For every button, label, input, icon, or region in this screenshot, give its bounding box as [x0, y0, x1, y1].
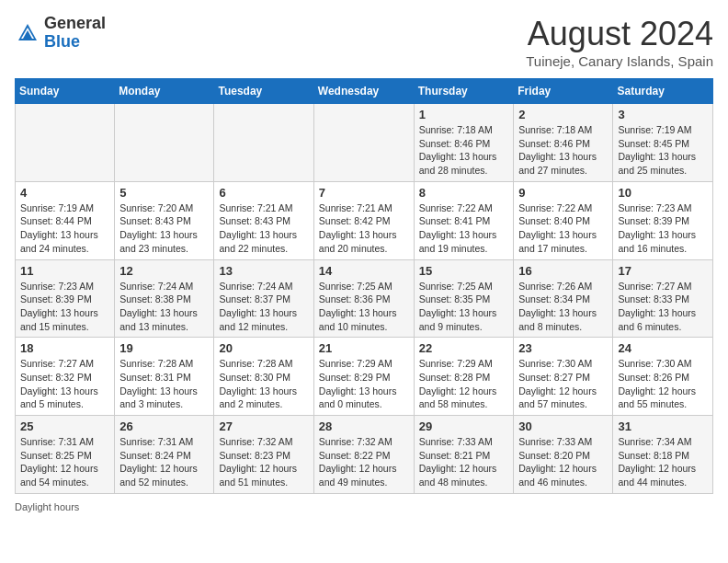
- day-number: 3: [618, 108, 708, 121]
- calendar-cell: 11Sunrise: 7:23 AM Sunset: 8:39 PM Dayli…: [16, 259, 115, 338]
- day-info: Sunrise: 7:23 AM Sunset: 8:39 PM Dayligh…: [618, 201, 708, 256]
- day-number: 24: [618, 341, 708, 355]
- calendar-cell: [313, 104, 414, 182]
- calendar-cell: 1Sunrise: 7:18 AM Sunset: 8:46 PM Daylig…: [414, 104, 514, 182]
- calendar-week-row: 4Sunrise: 7:19 AM Sunset: 8:44 PM Daylig…: [16, 181, 713, 259]
- col-header-monday: Monday: [115, 79, 214, 104]
- title-area: August 2024 Tuineje, Canary Islands, Spa…: [526, 15, 713, 69]
- day-info: Sunrise: 7:24 AM Sunset: 8:37 PM Dayligh…: [219, 280, 308, 334]
- day-info: Sunrise: 7:25 AM Sunset: 8:35 PM Dayligh…: [419, 280, 509, 334]
- col-header-wednesday: Wednesday: [313, 79, 414, 104]
- day-info: Sunrise: 7:33 AM Sunset: 8:20 PM Dayligh…: [518, 435, 608, 489]
- calendar-cell: 4Sunrise: 7:19 AM Sunset: 8:44 PM Daylig…: [16, 181, 115, 259]
- calendar-cell: 7Sunrise: 7:21 AM Sunset: 8:42 PM Daylig…: [313, 181, 414, 259]
- calendar-cell: 24Sunrise: 7:30 AM Sunset: 8:26 PM Dayli…: [613, 338, 713, 416]
- day-info: Sunrise: 7:29 AM Sunset: 8:29 PM Dayligh…: [319, 357, 409, 411]
- day-number: 10: [618, 186, 708, 200]
- calendar-cell: 18Sunrise: 7:27 AM Sunset: 8:32 PM Dayli…: [16, 338, 115, 416]
- day-info: Sunrise: 7:28 AM Sunset: 8:30 PM Dayligh…: [219, 357, 308, 411]
- day-number: 28: [319, 419, 409, 433]
- col-header-thursday: Thursday: [414, 79, 514, 104]
- calendar-cell: 20Sunrise: 7:28 AM Sunset: 8:30 PM Dayli…: [214, 338, 313, 416]
- logo-general-text: General: [44, 14, 106, 32]
- day-info: Sunrise: 7:24 AM Sunset: 8:38 PM Dayligh…: [119, 280, 209, 334]
- day-number: 9: [518, 186, 608, 200]
- day-number: 13: [219, 264, 308, 278]
- day-number: 17: [618, 264, 708, 278]
- day-info: Sunrise: 7:18 AM Sunset: 8:46 PM Dayligh…: [518, 123, 608, 178]
- logo-text: General Blue: [44, 15, 106, 52]
- calendar-cell: 6Sunrise: 7:21 AM Sunset: 8:43 PM Daylig…: [214, 181, 313, 259]
- day-number: 11: [20, 264, 109, 278]
- day-number: 25: [20, 419, 109, 433]
- calendar-cell: [16, 104, 115, 182]
- day-info: Sunrise: 7:30 AM Sunset: 8:26 PM Dayligh…: [618, 357, 708, 411]
- calendar-cell: 16Sunrise: 7:26 AM Sunset: 8:34 PM Dayli…: [514, 259, 613, 338]
- day-info: Sunrise: 7:32 AM Sunset: 8:23 PM Dayligh…: [219, 435, 308, 489]
- day-info: Sunrise: 7:21 AM Sunset: 8:42 PM Dayligh…: [319, 201, 409, 256]
- day-info: Sunrise: 7:25 AM Sunset: 8:36 PM Dayligh…: [319, 280, 409, 334]
- day-number: 18: [20, 341, 109, 355]
- calendar-cell: 13Sunrise: 7:24 AM Sunset: 8:37 PM Dayli…: [214, 259, 313, 338]
- day-info: Sunrise: 7:28 AM Sunset: 8:31 PM Dayligh…: [119, 357, 209, 411]
- day-number: 21: [319, 341, 409, 355]
- day-info: Sunrise: 7:22 AM Sunset: 8:40 PM Dayligh…: [518, 201, 608, 256]
- day-info: Sunrise: 7:34 AM Sunset: 8:18 PM Dayligh…: [618, 435, 708, 489]
- calendar-week-row: 25Sunrise: 7:31 AM Sunset: 8:25 PM Dayli…: [16, 416, 713, 494]
- calendar-cell: 12Sunrise: 7:24 AM Sunset: 8:38 PM Dayli…: [115, 259, 214, 338]
- day-info: Sunrise: 7:32 AM Sunset: 8:22 PM Dayligh…: [319, 435, 409, 489]
- day-number: 26: [119, 419, 209, 433]
- col-header-friday: Friday: [514, 79, 613, 104]
- day-info: Sunrise: 7:18 AM Sunset: 8:46 PM Dayligh…: [419, 123, 509, 178]
- calendar-cell: [115, 104, 214, 182]
- daylight-label: Daylight hours: [15, 501, 79, 512]
- calendar-cell: 23Sunrise: 7:30 AM Sunset: 8:27 PM Dayli…: [514, 338, 613, 416]
- calendar-cell: 3Sunrise: 7:19 AM Sunset: 8:45 PM Daylig…: [613, 104, 713, 182]
- day-number: 19: [119, 341, 209, 355]
- col-header-tuesday: Tuesday: [214, 79, 313, 104]
- month-title: August 2024: [526, 15, 713, 53]
- calendar-cell: 29Sunrise: 7:33 AM Sunset: 8:21 PM Dayli…: [414, 416, 514, 494]
- day-info: Sunrise: 7:31 AM Sunset: 8:25 PM Dayligh…: [20, 435, 109, 489]
- calendar-cell: 27Sunrise: 7:32 AM Sunset: 8:23 PM Dayli…: [214, 416, 313, 494]
- day-number: 1: [419, 108, 509, 121]
- col-header-saturday: Saturday: [613, 79, 713, 104]
- calendar-header-row: SundayMondayTuesdayWednesdayThursdayFrid…: [16, 79, 713, 104]
- day-number: 29: [419, 419, 509, 433]
- day-info: Sunrise: 7:21 AM Sunset: 8:43 PM Dayligh…: [219, 201, 308, 256]
- calendar-cell: [214, 104, 313, 182]
- day-info: Sunrise: 7:31 AM Sunset: 8:24 PM Dayligh…: [119, 435, 209, 489]
- calendar-cell: 15Sunrise: 7:25 AM Sunset: 8:35 PM Dayli…: [414, 259, 514, 338]
- calendar-cell: 2Sunrise: 7:18 AM Sunset: 8:46 PM Daylig…: [514, 104, 613, 182]
- day-number: 12: [119, 264, 209, 278]
- logo: General Blue: [15, 15, 106, 52]
- calendar-cell: 25Sunrise: 7:31 AM Sunset: 8:25 PM Dayli…: [16, 416, 115, 494]
- header: General Blue August 2024 Tuineje, Canary…: [15, 15, 713, 69]
- calendar-cell: 22Sunrise: 7:29 AM Sunset: 8:28 PM Dayli…: [414, 338, 514, 416]
- calendar-cell: 17Sunrise: 7:27 AM Sunset: 8:33 PM Dayli…: [613, 259, 713, 338]
- calendar-cell: 31Sunrise: 7:34 AM Sunset: 8:18 PM Dayli…: [613, 416, 713, 494]
- day-number: 4: [20, 186, 109, 200]
- calendar-cell: 8Sunrise: 7:22 AM Sunset: 8:41 PM Daylig…: [414, 181, 514, 259]
- day-number: 6: [219, 186, 308, 200]
- calendar-cell: 21Sunrise: 7:29 AM Sunset: 8:29 PM Dayli…: [313, 338, 414, 416]
- calendar-week-row: 18Sunrise: 7:27 AM Sunset: 8:32 PM Dayli…: [16, 338, 713, 416]
- calendar-cell: 28Sunrise: 7:32 AM Sunset: 8:22 PM Dayli…: [313, 416, 414, 494]
- day-number: 22: [419, 341, 509, 355]
- day-number: 23: [518, 341, 608, 355]
- day-info: Sunrise: 7:27 AM Sunset: 8:32 PM Dayligh…: [20, 357, 109, 411]
- day-info: Sunrise: 7:19 AM Sunset: 8:44 PM Dayligh…: [20, 201, 109, 256]
- col-header-sunday: Sunday: [16, 79, 115, 104]
- calendar-cell: 14Sunrise: 7:25 AM Sunset: 8:36 PM Dayli…: [313, 259, 414, 338]
- day-number: 5: [119, 186, 209, 200]
- day-info: Sunrise: 7:20 AM Sunset: 8:43 PM Dayligh…: [119, 201, 209, 256]
- day-number: 2: [518, 108, 608, 121]
- calendar-cell: 5Sunrise: 7:20 AM Sunset: 8:43 PM Daylig…: [115, 181, 214, 259]
- day-number: 27: [219, 419, 308, 433]
- logo-blue-text: Blue: [44, 32, 80, 51]
- location-subtitle: Tuineje, Canary Islands, Spain: [526, 53, 713, 69]
- day-number: 15: [419, 264, 509, 278]
- day-info: Sunrise: 7:30 AM Sunset: 8:27 PM Dayligh…: [518, 357, 608, 411]
- calendar-cell: 19Sunrise: 7:28 AM Sunset: 8:31 PM Dayli…: [115, 338, 214, 416]
- day-number: 8: [419, 186, 509, 200]
